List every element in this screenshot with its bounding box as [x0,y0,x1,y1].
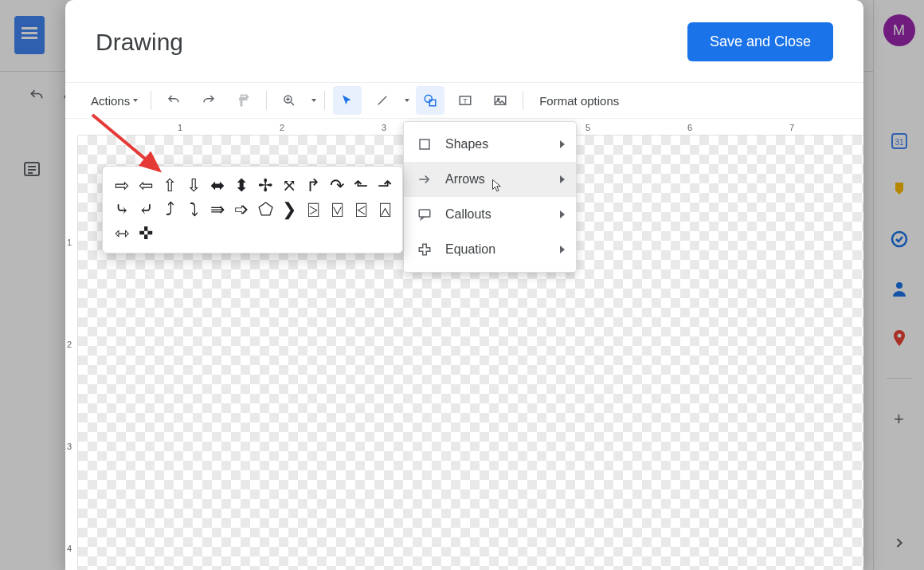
right-callout-arrow-shape[interactable]: ⍄ [302,199,324,221]
submenu-arrow-icon [560,210,565,218]
paint-format-button[interactable] [229,86,258,115]
three-way-arrow-shape[interactable]: ⤧ [278,175,300,197]
striped-right-arrow-shape[interactable]: ⇛ [206,199,229,221]
submenu-arrow-icon [560,175,565,183]
plus-shape-icon [417,242,433,257]
callout-icon [417,206,433,222]
callouts-menu-item[interactable]: Callouts [404,197,576,232]
caret-down-icon [311,99,316,102]
left-right-callout-arrow-shape[interactable]: ⇿ [111,222,133,245]
save-and-close-button[interactable]: Save and Close [687,22,833,61]
quad-callout-arrow-shape[interactable]: ✜ [135,222,157,245]
separator [266,91,267,110]
shape-tool-button[interactable] [416,86,444,115]
submenu-arrow-icon [560,140,565,148]
left-arrow-shape[interactable]: ⇦ [135,175,157,197]
quad-arrow-shape[interactable]: ✢ [254,175,276,197]
up-arrow-shape[interactable]: ⇧ [159,175,181,197]
format-options-button[interactable]: Format options [539,94,619,108]
drawing-toolbar: Actions T [65,82,863,119]
vertical-ruler: 1 2 3 4 [65,136,78,570]
modal-title: Drawing [96,29,183,56]
menu-item-label: Equation [445,242,495,257]
up-down-arrow-shape[interactable]: ⬍ [230,175,253,197]
separator [151,91,151,110]
arrows-menu-item[interactable]: Arrows [404,162,576,197]
drawing-modal: Drawing Save and Close Actions [65,0,863,570]
svg-point-14 [425,95,432,102]
redo-button[interactable] [194,86,223,115]
image-tool-button[interactable] [486,86,515,115]
actions-menu-button[interactable]: Actions [86,94,143,108]
svg-line-10 [291,102,294,105]
menu-item-label: Callouts [445,207,491,222]
notched-right-arrow-shape[interactable]: ➩ [230,199,253,221]
equation-menu-item[interactable]: Equation [404,232,576,267]
chevron-arrow-shape[interactable]: ❯ [278,199,300,221]
up-callout-arrow-shape[interactable]: ⍓ [374,199,396,221]
right-arrow-shape[interactable]: ⇨ [111,175,133,197]
u-turn-arrow-shape[interactable]: ↷ [326,175,348,197]
separator [324,91,325,110]
square-icon [417,136,433,152]
left-up-arrow-shape[interactable]: ⬑ [350,175,372,197]
caret-down-icon [405,99,409,102]
down-callout-arrow-shape[interactable]: ⍌ [326,199,348,221]
modal-header: Drawing Save and Close [65,0,863,82]
curved-down-arrow-shape[interactable]: ⤵ [182,199,205,221]
actions-label: Actions [91,94,130,108]
shape-submenu: Shapes Arrows Callouts Equation [403,121,577,273]
curved-right-arrow-shape[interactable]: ⤷ [111,199,133,221]
svg-line-13 [378,96,387,105]
svg-rect-15 [429,100,436,106]
pentagon-arrow-shape[interactable]: ⬠ [254,199,276,221]
svg-text:T: T [463,97,468,105]
bent-up-arrow-shape[interactable]: ⬏ [374,175,396,197]
menu-item-label: Shapes [445,137,488,151]
down-arrow-shape[interactable]: ⇩ [182,175,205,197]
bent-arrow-shape[interactable]: ↱ [302,175,324,197]
separator [523,91,523,110]
menu-item-label: Arrows [445,172,485,187]
text-box-tool-button[interactable]: T [451,86,480,115]
svg-rect-21 [419,210,430,217]
select-tool-button[interactable] [333,86,362,115]
arrow-right-icon [417,171,433,187]
shapes-menu-item[interactable]: Shapes [404,127,576,162]
curved-left-arrow-shape[interactable]: ⤶ [135,199,157,221]
submenu-arrow-icon [560,246,565,254]
arrows-palette: ⇨ ⇦ ⇧ ⇩ ⬌ ⬍ ✢ ⤧ ↱ ↷ ⬑ ⬏ ⤷ ⤶ ⤴ ⤵ ⇛ ➩ ⬠ ❯ … [102,166,403,254]
line-tool-button[interactable] [368,86,397,115]
left-callout-arrow-shape[interactable]: ⍃ [350,199,372,221]
caret-down-icon [133,99,138,102]
curved-up-arrow-shape[interactable]: ⤴ [159,199,181,221]
left-right-arrow-shape[interactable]: ⬌ [206,175,229,197]
zoom-button[interactable] [275,86,303,115]
undo-button[interactable] [159,86,188,115]
svg-rect-20 [420,140,429,149]
